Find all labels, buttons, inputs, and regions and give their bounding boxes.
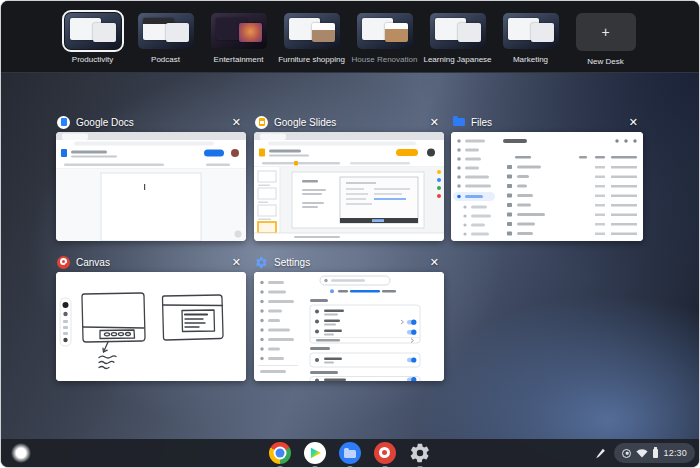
desk-item-podcast[interactable]: Podcast xyxy=(138,13,194,64)
desk-thumbnail[interactable] xyxy=(284,13,340,49)
google-docs-icon xyxy=(57,116,70,129)
close-window-button[interactable]: ✕ xyxy=(629,117,638,128)
close-window-button[interactable]: ✕ xyxy=(232,117,241,128)
files-icon xyxy=(339,442,361,464)
window-card-google-slides[interactable]: Google Slides ✕ xyxy=(254,112,444,241)
window-preview[interactable] xyxy=(254,132,444,241)
chromeos-overview-screen: Productivity Podcast Entertainment Furni… xyxy=(0,0,700,468)
close-window-button[interactable]: ✕ xyxy=(232,257,241,268)
desk-label: Learning Japanese xyxy=(423,55,491,64)
new-desk-tile[interactable]: + xyxy=(576,13,636,51)
window-header: Settings ✕ xyxy=(254,252,444,272)
window-header: Canvas ✕ xyxy=(56,252,246,272)
plus-icon: + xyxy=(601,25,609,39)
desk-label: House Renovation xyxy=(352,55,418,64)
desk-thumbnail[interactable] xyxy=(211,13,267,49)
files-preview-art xyxy=(451,132,643,241)
desk-item-learning-japanese[interactable]: Learning Japanese xyxy=(430,13,486,64)
desk-thumbnail[interactable] xyxy=(138,13,194,49)
desk-item-entertainment[interactable]: Entertainment xyxy=(211,13,267,64)
desk-label: New Desk xyxy=(587,57,623,66)
desk-item-marketing[interactable]: Marketing xyxy=(503,13,559,64)
new-desk-button[interactable]: + New Desk xyxy=(576,13,636,66)
shelf-app-canvas[interactable] xyxy=(374,442,396,464)
window-preview[interactable] xyxy=(56,272,246,381)
shelf: 12:30 xyxy=(1,439,699,467)
canvas-preview-art xyxy=(56,272,246,381)
desks-bar: Productivity Podcast Entertainment Furni… xyxy=(1,1,699,73)
window-preview[interactable] xyxy=(56,132,246,241)
window-title: Files xyxy=(471,117,492,128)
settings-icon xyxy=(255,256,268,269)
window-card-canvas[interactable]: Canvas ✕ xyxy=(56,252,246,381)
desk-label: Podcast xyxy=(151,55,180,64)
window-title: Google Slides xyxy=(274,117,336,128)
clock: 12:30 xyxy=(663,448,687,458)
docs-preview-art xyxy=(56,132,246,241)
shelf-app-play-store[interactable] xyxy=(304,442,326,464)
window-preview[interactable] xyxy=(451,132,643,241)
chrome-icon xyxy=(269,442,291,464)
shelf-app-chrome[interactable] xyxy=(269,442,291,464)
files-icon xyxy=(452,116,465,129)
close-window-button[interactable]: ✕ xyxy=(430,257,439,268)
shelf-apps xyxy=(269,442,431,464)
window-title: Google Docs xyxy=(76,117,134,128)
system-tray-button[interactable]: 12:30 xyxy=(614,443,695,463)
slides-preview-art xyxy=(254,132,444,241)
canvas-icon xyxy=(57,256,70,269)
desk-item-house-renovation[interactable]: House Renovation xyxy=(357,13,413,64)
desk-mini-window xyxy=(239,23,263,42)
desk-mini-window xyxy=(166,23,190,42)
battery-icon xyxy=(653,449,658,458)
canvas-icon xyxy=(374,442,396,464)
desk-thumbnail[interactable] xyxy=(65,13,121,49)
desk-mini-window xyxy=(93,23,117,42)
desk-mini-window xyxy=(458,23,482,42)
status-tray: 12:30 xyxy=(595,443,695,463)
google-slides-icon xyxy=(255,116,268,129)
desk-thumbnail[interactable] xyxy=(357,13,413,49)
tray-status-icon xyxy=(622,449,631,458)
window-header: Files ✕ xyxy=(451,112,643,132)
window-title: Canvas xyxy=(76,257,110,268)
desk-mini-window xyxy=(312,23,336,42)
shelf-app-settings[interactable] xyxy=(409,442,431,464)
shelf-app-files[interactable] xyxy=(339,442,361,464)
settings-gear-icon xyxy=(409,442,431,464)
launcher-button[interactable] xyxy=(11,443,31,463)
window-header: Google Slides ✕ xyxy=(254,112,444,132)
close-window-button[interactable]: ✕ xyxy=(430,117,439,128)
window-card-files[interactable]: Files ✕ xyxy=(451,112,643,241)
play-store-icon xyxy=(304,442,326,464)
desk-label: Marketing xyxy=(513,55,548,64)
desk-mini-window xyxy=(385,23,409,42)
window-header: Google Docs ✕ xyxy=(56,112,246,132)
desk-mini-window xyxy=(531,23,555,42)
desk-thumbnail[interactable] xyxy=(503,13,559,49)
wifi-icon xyxy=(636,449,648,458)
window-title: Settings xyxy=(274,257,310,268)
window-preview[interactable] xyxy=(254,272,444,381)
desk-thumbnail[interactable] xyxy=(430,13,486,49)
desk-label: Furniture shopping xyxy=(278,55,345,64)
window-card-google-docs[interactable]: Google Docs ✕ xyxy=(56,112,246,241)
window-card-settings[interactable]: Settings ✕ xyxy=(254,252,444,381)
desk-label: Productivity xyxy=(72,55,113,64)
stylus-icon[interactable] xyxy=(595,447,606,460)
desk-label: Entertainment xyxy=(214,55,264,64)
desk-item-furniture-shopping[interactable]: Furniture shopping xyxy=(284,13,340,64)
desk-item-productivity[interactable]: Productivity xyxy=(65,13,121,64)
settings-preview-art xyxy=(254,272,444,381)
